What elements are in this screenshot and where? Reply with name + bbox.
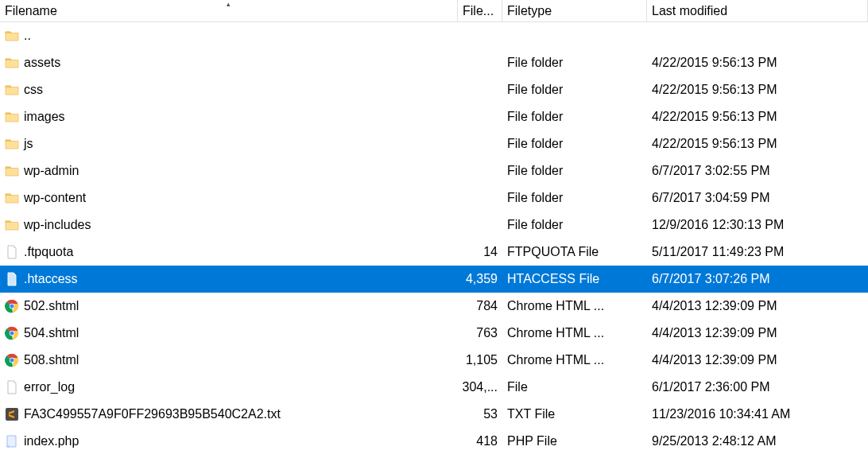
cell-modified: 5/11/2017 11:49:23 PM bbox=[647, 239, 868, 266]
cell-filetype: PHP File bbox=[502, 428, 647, 455]
column-header-filename-label: Filename bbox=[5, 4, 57, 18]
column-header-filetype-label: Filetype bbox=[507, 4, 552, 18]
file-name: .. bbox=[24, 29, 31, 43]
cell-modified: 4/4/2013 12:39:09 PM bbox=[647, 347, 868, 374]
file-row[interactable]: wp-adminFile folder6/7/2017 3:02:55 PM bbox=[0, 157, 868, 184]
cell-modified: 6/7/2017 3:07:26 PM bbox=[647, 266, 868, 293]
column-header-filename[interactable]: Filename ▴ bbox=[0, 0, 458, 21]
file-name: assets bbox=[24, 56, 60, 70]
file-row[interactable]: imagesFile folder4/22/2015 9:56:13 PM bbox=[0, 103, 868, 130]
cell-filename: js bbox=[0, 130, 458, 157]
cell-filename: assets bbox=[0, 49, 458, 76]
folder-icon bbox=[5, 137, 19, 151]
cell-filename: images bbox=[0, 103, 458, 130]
file-row[interactable]: wp-contentFile folder6/7/2017 3:04:59 PM bbox=[0, 184, 868, 212]
file-row[interactable]: error_log304,...File6/1/2017 2:36:00 PM bbox=[0, 374, 868, 401]
cell-modified: 4/22/2015 9:56:13 PM bbox=[647, 130, 868, 157]
cell-modified: 12/9/2016 12:30:13 PM bbox=[647, 212, 868, 239]
chrome-icon bbox=[5, 299, 19, 313]
cell-filesize bbox=[458, 157, 502, 184]
file-icon bbox=[5, 245, 19, 259]
cell-modified: 9/25/2013 2:48:12 AM bbox=[647, 428, 868, 455]
cell-filename: .. bbox=[0, 22, 458, 49]
column-header-filesize-label: File... bbox=[463, 4, 494, 18]
file-row[interactable]: 508.shtml1,105Chrome HTML ...4/4/2013 12… bbox=[0, 347, 868, 374]
file-name: wp-includes bbox=[24, 218, 91, 232]
file-name: 504.shtml bbox=[24, 326, 79, 340]
php-icon bbox=[5, 434, 19, 448]
cell-filetype: FTPQUOTA File bbox=[502, 239, 647, 266]
cell-filetype: File folder bbox=[502, 157, 647, 184]
cell-modified: 6/7/2017 3:02:55 PM bbox=[647, 157, 868, 184]
svg-point-2 bbox=[10, 305, 14, 309]
svg-point-8 bbox=[10, 359, 14, 363]
cell-filename: wp-includes bbox=[0, 212, 458, 239]
file-list: ..assetsFile folder4/22/2015 9:56:13 PMc… bbox=[0, 22, 868, 455]
cell-filetype: File bbox=[502, 374, 647, 401]
cell-filesize: 418 bbox=[458, 428, 502, 455]
svg-point-5 bbox=[10, 332, 14, 336]
file-icon bbox=[5, 380, 19, 394]
file-row[interactable]: cssFile folder4/22/2015 9:56:13 PM bbox=[0, 76, 868, 103]
file-icon bbox=[5, 272, 19, 286]
file-name: 508.shtml bbox=[24, 353, 79, 367]
folder-icon bbox=[5, 29, 19, 43]
file-row[interactable]: .htaccess4,359HTACCESS File6/7/2017 3:07… bbox=[0, 266, 868, 293]
folder-icon bbox=[5, 191, 19, 205]
folder-icon bbox=[5, 56, 19, 70]
cell-filename: FA3C499557A9F0FF29693B95B540C2A2.txt bbox=[0, 401, 458, 428]
file-name: 502.shtml bbox=[24, 299, 79, 313]
cell-modified bbox=[647, 22, 868, 49]
cell-filename: css bbox=[0, 76, 458, 103]
file-row[interactable]: index.php418PHP File9/25/2013 2:48:12 AM bbox=[0, 428, 868, 455]
sort-ascending-icon: ▴ bbox=[227, 0, 231, 8]
file-name: images bbox=[24, 110, 65, 124]
file-row[interactable]: 504.shtml763Chrome HTML ...4/4/2013 12:3… bbox=[0, 320, 868, 347]
file-name: js bbox=[24, 137, 33, 151]
cell-modified: 6/1/2017 2:36:00 PM bbox=[647, 374, 868, 401]
cell-filesize bbox=[458, 130, 502, 157]
column-header-row: Filename ▴ File... Filetype Last modifie… bbox=[0, 0, 868, 22]
cell-filesize: 304,... bbox=[458, 374, 502, 401]
column-header-modified[interactable]: Last modified bbox=[647, 0, 868, 21]
cell-modified: 4/22/2015 9:56:13 PM bbox=[647, 76, 868, 103]
cell-modified: 6/7/2017 3:04:59 PM bbox=[647, 184, 868, 212]
file-row[interactable]: .ftpquota14FTPQUOTA File5/11/2017 11:49:… bbox=[0, 239, 868, 266]
svg-rect-9 bbox=[6, 408, 18, 421]
folder-icon bbox=[5, 164, 19, 178]
folder-icon bbox=[5, 83, 19, 97]
file-name: .htaccess bbox=[24, 272, 78, 286]
cell-filetype: Chrome HTML ... bbox=[502, 347, 647, 374]
file-row[interactable]: .. bbox=[0, 22, 868, 49]
file-name: .ftpquota bbox=[24, 245, 73, 259]
cell-filetype: File folder bbox=[502, 130, 647, 157]
cell-filetype: File folder bbox=[502, 103, 647, 130]
column-header-filetype[interactable]: Filetype bbox=[502, 0, 647, 21]
file-name: index.php bbox=[24, 434, 79, 448]
cell-filesize bbox=[458, 49, 502, 76]
cell-filesize bbox=[458, 76, 502, 103]
cell-filetype: File folder bbox=[502, 184, 647, 212]
cell-filetype: Chrome HTML ... bbox=[502, 293, 647, 320]
sublime-icon bbox=[5, 407, 19, 421]
column-header-filesize[interactable]: File... bbox=[458, 0, 502, 21]
file-name: wp-admin bbox=[24, 164, 79, 178]
cell-filename: .ftpquota bbox=[0, 239, 458, 266]
cell-modified: 4/22/2015 9:56:13 PM bbox=[647, 103, 868, 130]
cell-filename: .htaccess bbox=[0, 266, 458, 293]
file-name: css bbox=[24, 83, 43, 97]
cell-filename: 504.shtml bbox=[0, 320, 458, 347]
cell-filename: error_log bbox=[0, 374, 458, 401]
cell-filesize bbox=[458, 22, 502, 49]
file-row[interactable]: assetsFile folder4/22/2015 9:56:13 PM bbox=[0, 49, 868, 76]
folder-icon bbox=[5, 218, 19, 232]
cell-modified: 11/23/2016 10:34:41 AM bbox=[647, 401, 868, 428]
file-row[interactable]: jsFile folder4/22/2015 9:56:13 PM bbox=[0, 130, 868, 157]
cell-filesize: 53 bbox=[458, 401, 502, 428]
cell-filetype: HTACCESS File bbox=[502, 266, 647, 293]
file-row[interactable]: wp-includesFile folder12/9/2016 12:30:13… bbox=[0, 212, 868, 239]
file-row[interactable]: FA3C499557A9F0FF29693B95B540C2A2.txt53TX… bbox=[0, 401, 868, 428]
chrome-icon bbox=[5, 353, 19, 367]
file-row[interactable]: 502.shtml784Chrome HTML ...4/4/2013 12:3… bbox=[0, 293, 868, 320]
cell-filename: 508.shtml bbox=[0, 347, 458, 374]
